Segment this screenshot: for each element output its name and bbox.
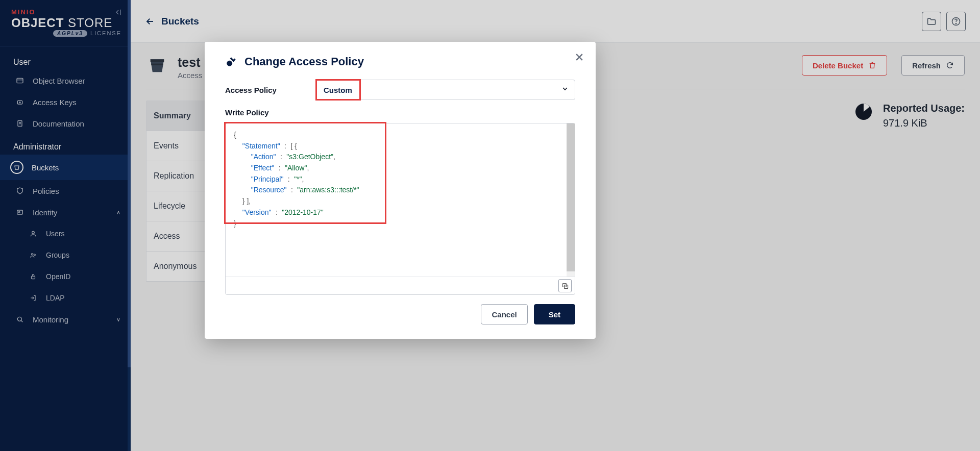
chevron-down-icon: [561, 85, 569, 95]
policy-editor-content[interactable]: { "Statement" : [ { "Action" : "s3:GetOb…: [226, 123, 575, 277]
copy-button[interactable]: [558, 279, 572, 292]
access-policy-label: Access Policy: [225, 86, 316, 94]
access-policy-value: Custom: [324, 86, 352, 94]
editor-scrollbar-thumb[interactable]: [567, 123, 575, 271]
close-icon: [574, 52, 584, 62]
copy-icon: [561, 282, 569, 290]
policy-editor[interactable]: { "Statement" : [ { "Action" : "s3:GetOb…: [225, 123, 575, 295]
modal-title: Change Access Policy: [244, 55, 364, 68]
svg-point-25: [227, 61, 232, 66]
access-policy-select[interactable]: Custom: [316, 80, 575, 100]
set-button[interactable]: Set: [534, 304, 575, 324]
key-icon: [225, 55, 238, 68]
write-policy-label: Write Policy: [225, 108, 575, 117]
change-access-policy-modal: Change Access Policy Access Policy Custo…: [205, 42, 596, 339]
cancel-button[interactable]: Cancel: [481, 304, 527, 324]
close-button[interactable]: [572, 50, 586, 64]
access-policy-row: Access Policy Custom: [225, 80, 575, 100]
